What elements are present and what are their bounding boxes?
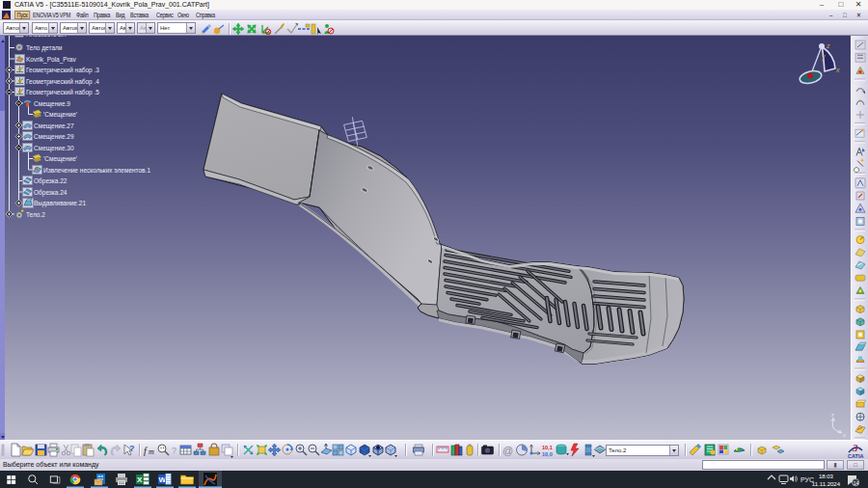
svg-text:10,0: 10,0 [542,451,553,457]
svg-text:@: @ [502,445,513,456]
svg-text:14: 14 [854,481,859,486]
svg-text:x: x [835,67,840,73]
svg-text:z: z [826,42,830,49]
svg-text:?: ? [129,444,135,453]
svg-text:?: ? [172,446,176,455]
svg-text:10,1: 10,1 [542,445,553,450]
svg-text:x: x [842,432,846,438]
svg-text:y: y [821,53,826,61]
svg-text:X: X [137,475,143,484]
svg-text:z: z [830,412,834,418]
svg-text:m: m [149,447,154,456]
svg-text:f: f [144,446,148,456]
